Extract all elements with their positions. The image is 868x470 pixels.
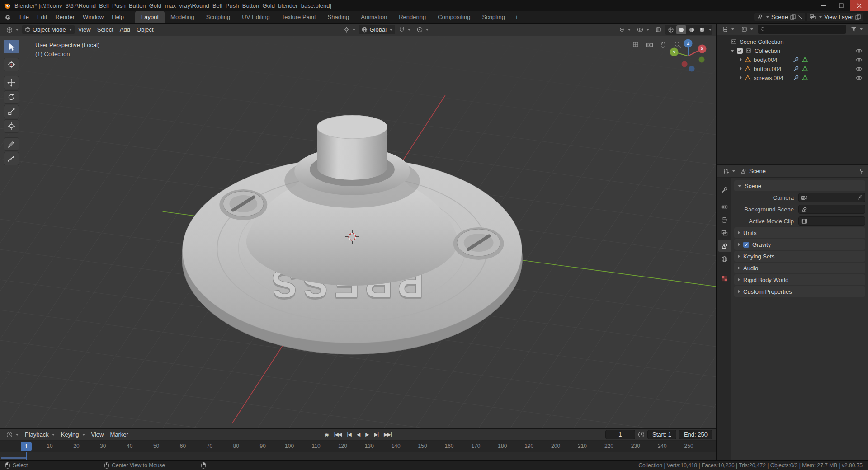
toggle-camera-view-button[interactable] — [644, 39, 656, 51]
outliner-row-button[interactable]: button.004 — [717, 64, 868, 73]
tab-uv-editing[interactable]: UV Editing — [236, 11, 275, 23]
timeline-track[interactable] — [0, 452, 716, 460]
expand-object-icon[interactable] — [740, 67, 742, 70]
view-layer-selector[interactable]: View Layer — [807, 13, 863, 21]
shading-wireframe-button[interactable] — [666, 25, 676, 34]
snap-toggle-button[interactable] — [396, 25, 413, 34]
move-view-button[interactable] — [658, 39, 670, 51]
collection-checkbox[interactable] — [737, 48, 743, 54]
current-frame-field[interactable]: 1 — [605, 430, 635, 439]
scale-tool[interactable] — [4, 105, 19, 118]
section-rigid-body-world[interactable]: Rigid Body World — [734, 274, 865, 285]
tab-layout[interactable]: Layout — [135, 11, 165, 23]
add-workspace-button[interactable]: + — [511, 11, 523, 23]
shading-rendered-button[interactable] — [697, 25, 707, 34]
viewport-menu-select[interactable]: Select — [94, 25, 116, 34]
gizmo-y-negative[interactable] — [699, 57, 705, 63]
frame-end-field[interactable]: End: 250 — [679, 430, 712, 439]
toggle-perspective-button[interactable] — [630, 39, 642, 51]
object-visibility[interactable] — [855, 75, 863, 80]
outliner-filter-button[interactable] — [848, 25, 865, 33]
viewport-menu-view[interactable]: View — [75, 25, 94, 34]
gravity-checkbox[interactable] — [743, 242, 749, 248]
record-button[interactable]: ◉ — [322, 431, 331, 438]
move-tool[interactable] — [4, 76, 19, 89]
timeline-menu-playback[interactable]: Playback — [22, 430, 57, 439]
mode-dropdown[interactable]: Object Mode — [22, 25, 75, 34]
new-view-layer-icon[interactable] — [855, 14, 861, 20]
tab-sculpting[interactable]: Sculpting — [200, 11, 236, 23]
play-button[interactable]: ▶ — [363, 431, 371, 438]
cursor-tool[interactable] — [4, 58, 19, 71]
section-units[interactable]: Units — [734, 227, 865, 238]
viewport-menu-add[interactable]: Add — [117, 25, 133, 34]
timeline-scrollbar[interactable] — [1, 457, 26, 459]
gizmo-x-negative[interactable] — [682, 61, 688, 67]
maximize-button[interactable] — [832, 0, 850, 11]
viewport-canvas[interactable]: PRESS PRESS — [0, 36, 716, 428]
tab-scripting[interactable]: Scripting — [476, 11, 511, 23]
tab-rendering[interactable]: Rendering — [393, 11, 432, 23]
section-keying-sets[interactable]: Keying Sets — [734, 251, 865, 262]
menu-file[interactable]: File — [15, 11, 33, 24]
active-movie-clip-field[interactable] — [798, 216, 865, 226]
section-audio[interactable]: Audio — [734, 263, 865, 273]
tab-tool-properties[interactable] — [718, 184, 731, 196]
collection-visibility[interactable] — [855, 48, 863, 53]
tab-view-layer-properties[interactable] — [718, 227, 731, 239]
menu-edit[interactable]: Edit — [33, 11, 51, 24]
expand-object-icon[interactable] — [740, 76, 742, 80]
annotate-tool[interactable] — [4, 137, 19, 151]
object-visibility[interactable] — [855, 57, 863, 62]
scene-selector[interactable]: Scene — [754, 13, 805, 21]
transform-tool[interactable] — [4, 119, 19, 133]
timeline-ruler[interactable]: 1 10203040506070809010011012013014015016… — [0, 441, 716, 452]
measure-tool[interactable] — [4, 152, 19, 165]
orientation-dropdown[interactable]: Global — [359, 25, 395, 34]
menu-help[interactable]: Help — [108, 11, 128, 24]
shading-solid-button[interactable] — [676, 25, 686, 34]
frame-start-field[interactable]: Start: 1 — [647, 430, 676, 439]
previous-keyframe-button[interactable]: |◀ — [345, 431, 354, 438]
shading-material-button[interactable] — [687, 25, 697, 34]
section-custom-properties[interactable]: Custom Properties — [734, 286, 865, 297]
expand-collection-icon[interactable] — [731, 50, 734, 52]
viewport-menu-object[interactable]: Object — [134, 25, 156, 34]
unlink-scene-icon[interactable] — [798, 15, 802, 19]
tab-texture-properties[interactable] — [718, 273, 731, 284]
outliner-row-scene-collection[interactable]: Scene Collection — [717, 37, 868, 46]
gizmo-z-negative[interactable] — [689, 66, 695, 72]
overlays-button[interactable] — [634, 25, 652, 34]
transform-pivot-button[interactable] — [341, 25, 358, 34]
menu-render[interactable]: Render — [51, 11, 79, 24]
outliner-editor-type-button[interactable] — [720, 25, 737, 33]
pin-icon[interactable] — [859, 168, 864, 174]
xray-toggle-button[interactable] — [653, 25, 664, 34]
timeline-menu-keying[interactable]: Keying — [58, 430, 88, 439]
show-gizmo-button[interactable] — [616, 25, 633, 34]
timeline-editor-type-button[interactable] — [4, 430, 21, 439]
zoom-view-button[interactable] — [672, 39, 684, 51]
new-scene-icon[interactable] — [790, 14, 796, 20]
menu-window[interactable]: Window — [79, 11, 108, 24]
play-reverse-button[interactable]: ◀ — [354, 431, 362, 438]
editor-type-button[interactable] — [4, 25, 21, 34]
tab-animation[interactable]: Animation — [355, 11, 393, 23]
tab-world-properties[interactable] — [718, 253, 731, 265]
jump-to-start-button[interactable]: |◀◀ — [332, 431, 344, 438]
rotate-tool[interactable] — [4, 90, 19, 104]
current-frame-marker[interactable]: 1 — [21, 442, 32, 451]
expand-object-icon[interactable] — [740, 58, 742, 61]
outliner-row-collection[interactable]: Collection — [717, 46, 868, 55]
properties-editor-type-button[interactable] — [721, 167, 738, 175]
use-preview-range-icon[interactable] — [638, 431, 645, 438]
outliner-search-input[interactable] — [758, 25, 846, 34]
timeline-menu-marker[interactable]: Marker — [107, 430, 131, 439]
tab-modeling[interactable]: Modeling — [165, 11, 200, 23]
proportional-editing-button[interactable] — [414, 25, 431, 34]
section-gravity[interactable]: Gravity — [734, 239, 865, 250]
tab-output-properties[interactable] — [718, 214, 731, 226]
outliner-row-body[interactable]: body.004 — [717, 55, 868, 64]
background-scene-field[interactable] — [798, 205, 865, 214]
jump-to-end-button[interactable]: ▶▶| — [382, 431, 394, 438]
